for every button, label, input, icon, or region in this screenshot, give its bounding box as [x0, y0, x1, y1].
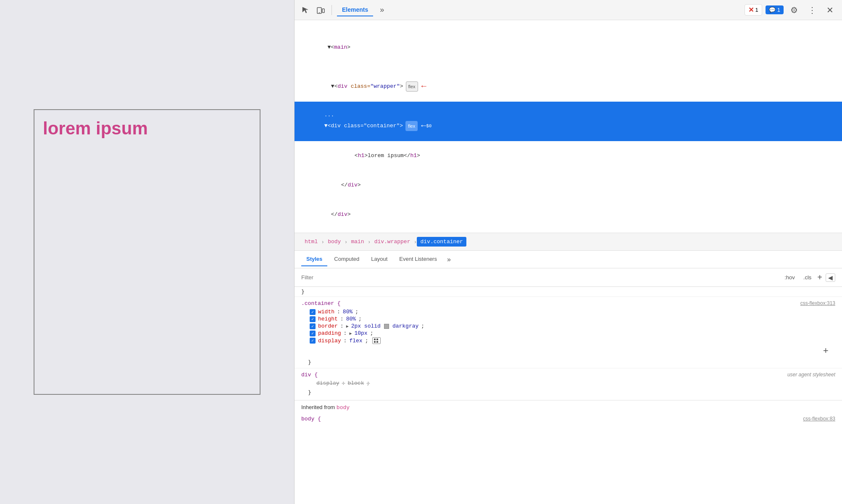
more-options-icon[interactable]: ⋮ [805, 3, 820, 17]
rule-header: .container { css-flexbox:313 [301, 300, 835, 307]
panel-tab-more[interactable]: » [444, 254, 454, 265]
body-selector[interactable]: body { [301, 416, 321, 422]
breadcrumb-html[interactable]: html [301, 237, 321, 247]
tab-layout[interactable]: Layout [366, 252, 392, 266]
breadcrumb-main[interactable]: main [347, 237, 367, 247]
tree-line-close-div[interactable]: </div> [295, 171, 842, 200]
dollar-ref: $0 [426, 123, 432, 129]
checkbox-display[interactable] [310, 338, 316, 344]
svg-rect-1 [322, 9, 324, 13]
tab-event-listeners[interactable]: Event Listeners [394, 252, 442, 266]
styles-content: } .container { css-flexbox:313 width: 80… [295, 287, 842, 504]
filter-bar: :hov .cls + ◀ [295, 268, 842, 287]
filter-hov[interactable]: :hov [782, 273, 797, 281]
ua-prop-name: display [316, 380, 339, 386]
wrapper-flex-badge[interactable]: flex [406, 81, 418, 92]
breadcrumb-wrapper[interactable]: div.wrapper [371, 237, 414, 247]
checkbox-height[interactable] [310, 316, 316, 322]
error-count: 1 [755, 7, 758, 13]
error-icon: ✕ [748, 6, 754, 14]
flex-grid-icon[interactable] [372, 337, 381, 344]
checkbox-width[interactable] [310, 309, 316, 315]
prop-border: border: ▶ 2px solid darkgray; [301, 323, 835, 330]
devtools-toolbar: Elements » ✕ 1 💬 1 ⚙ ⋮ ✕ [295, 0, 842, 20]
settings-icon[interactable]: ⚙ [787, 3, 801, 17]
ua-selector[interactable]: div { [301, 372, 318, 378]
brace-close: } [308, 359, 311, 365]
rule-partial: } [295, 287, 842, 297]
ua-close: } [301, 388, 835, 396]
inherited-header: Inherited from body [295, 400, 842, 414]
html-tree: ▼<main> ▼<div class="wrapper">flex← ··· … [295, 20, 842, 233]
tab-styles[interactable]: Styles [301, 252, 327, 266]
prop-value-display[interactable]: flex [349, 338, 362, 344]
prop-height: height: 80%; [301, 315, 835, 323]
devtools-panel: Elements » ✕ 1 💬 1 ⚙ ⋮ ✕ ▼<main> ▼<div c… [294, 0, 842, 504]
filter-cls[interactable]: .cls [801, 273, 814, 281]
svg-point-2 [319, 12, 320, 13]
ua-prop-value: block [347, 380, 364, 386]
prop-name-border: border [318, 323, 338, 329]
svg-rect-4 [376, 339, 378, 340]
inherited-label: Inherited from [301, 404, 337, 410]
prop-display: display: flex; [301, 337, 835, 344]
checkbox-border[interactable] [310, 323, 316, 329]
tree-line-h1[interactable]: <h1>lorem ipsum</h1> [295, 141, 842, 171]
panel-tabs: Styles Computed Layout Event Listeners » [295, 251, 842, 268]
ua-source: user agent stylesheet [787, 372, 835, 378]
checkbox-padding[interactable] [310, 331, 316, 336]
message-icon: 💬 [769, 7, 776, 13]
message-count: 1 [777, 7, 780, 13]
tab-computed[interactable]: Computed [329, 252, 364, 266]
container-flex-badge[interactable]: flex [405, 121, 418, 131]
prop-name-padding: padding [318, 330, 341, 336]
filter-rtl-icon[interactable]: ◀ [826, 273, 835, 282]
prop-value-border[interactable]: 2px solid [351, 323, 381, 329]
source-link[interactable]: css-flexbox:313 [800, 300, 835, 306]
prop-padding: padding: ▶ 10px; [301, 330, 835, 337]
tree-line-main[interactable]: ▼<main> [295, 24, 842, 71]
message-badge[interactable]: 💬 1 [766, 5, 784, 14]
tree-line-container[interactable]: ··· ▼<div class="container">flex←$0 [295, 102, 842, 141]
toolbar-more[interactable]: » [376, 4, 387, 16]
tree-line-close-wrapper[interactable]: </div> [295, 200, 842, 229]
breadcrumbs: html › body › main › div.wrapper › div.c… [295, 233, 842, 251]
prop-value-width[interactable]: 80% [343, 309, 353, 315]
prop-name-height: height [318, 316, 338, 322]
padding-expand[interactable]: ▶ [349, 331, 352, 336]
container-arrow: ← [421, 121, 426, 131]
svg-rect-5 [374, 341, 376, 343]
add-plus-icon[interactable]: + [823, 346, 829, 357]
elements-tab[interactable]: Elements [337, 4, 373, 16]
ua-prop-display: display: block; [301, 380, 835, 387]
device-icon[interactable] [315, 4, 326, 16]
toolbar-divider [332, 5, 332, 15]
filter-input[interactable] [301, 274, 779, 281]
container-rule: .container { css-flexbox:313 width: 80%;… [295, 297, 842, 368]
error-badge[interactable]: ✕ 1 [745, 4, 762, 16]
wrapper-arrow: ← [421, 82, 426, 91]
inherited-from[interactable]: body [337, 404, 350, 411]
svg-rect-3 [374, 339, 376, 340]
tree-line-wrapper[interactable]: ▼<div class="wrapper">flex← [295, 71, 842, 102]
container-preview: lorem ipsum [34, 109, 260, 395]
dots-icon: ··· [324, 113, 334, 119]
breadcrumb-body[interactable]: body [324, 237, 344, 247]
lorem-heading: lorem ipsum [39, 114, 152, 390]
add-prop: + [301, 344, 835, 358]
inspect-icon[interactable] [300, 4, 311, 16]
color-swatch-darkgray[interactable] [384, 324, 389, 329]
border-expand[interactable]: ▶ [346, 324, 349, 329]
svg-rect-6 [376, 341, 378, 343]
prop-name-display: display [318, 338, 341, 344]
preview-pane: lorem ipsum [0, 0, 294, 504]
body-source-link[interactable]: css-flexbox:83 [803, 416, 835, 422]
prop-value-padding[interactable]: 10px [354, 330, 367, 336]
close-button[interactable]: ✕ [823, 3, 837, 17]
breadcrumb-container[interactable]: div.container [417, 237, 466, 247]
prop-width: width: 80%; [301, 308, 835, 315]
prop-value-height[interactable]: 80% [346, 316, 356, 322]
prop-value-border-color[interactable]: darkgray [392, 323, 418, 329]
rule-selector[interactable]: .container { [301, 300, 341, 307]
filter-plus-icon[interactable]: + [817, 273, 822, 282]
